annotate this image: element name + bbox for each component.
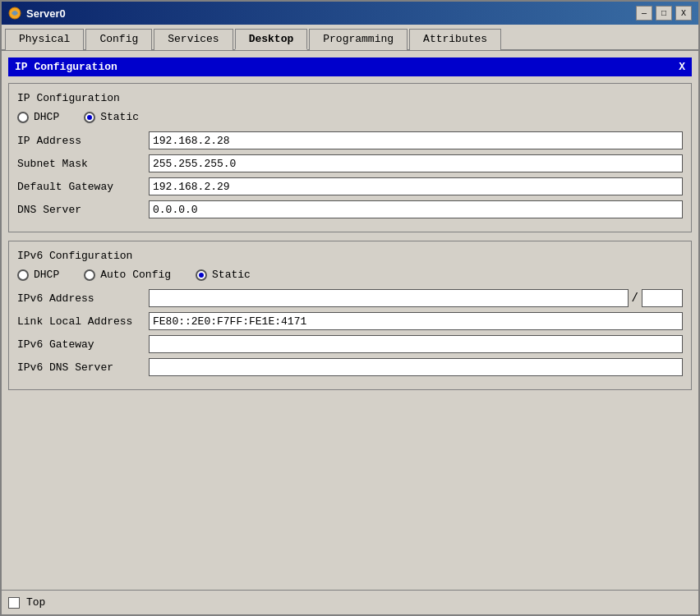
ipv6-dhcp-option[interactable]: DHCP bbox=[17, 269, 59, 281]
subnet-mask-input[interactable] bbox=[149, 154, 683, 172]
ipv6-dhcp-label: DHCP bbox=[34, 269, 59, 281]
ipv6-address-row: IPv6 Address / bbox=[17, 289, 683, 307]
ip-address-label: IP Address bbox=[17, 135, 149, 147]
subnet-mask-label: Subnet Mask bbox=[17, 158, 149, 170]
ipv4-section: IP Configuration DHCP Static IP Address … bbox=[8, 83, 692, 232]
ipv6-address-label: IPv6 Address bbox=[17, 292, 149, 305]
link-local-address-label: Link Local Address bbox=[17, 315, 149, 328]
link-local-address-input[interactable] bbox=[149, 312, 683, 330]
subnet-mask-row: Subnet Mask bbox=[17, 154, 683, 172]
ipv6-prefix-input[interactable] bbox=[642, 289, 683, 307]
ipv6-static-label: Static bbox=[212, 269, 251, 281]
ip-config-close-button[interactable]: X bbox=[679, 61, 685, 73]
ipv6-section-title: IPv6 Configuration bbox=[17, 250, 683, 262]
ip-address-input[interactable] bbox=[149, 131, 683, 149]
ipv4-dhcp-label: DHCP bbox=[34, 111, 59, 123]
ipv6-gateway-row: IPv6 Gateway bbox=[17, 335, 683, 353]
ipv6-address-input[interactable] bbox=[149, 289, 629, 307]
ipv6-auto-config-option[interactable]: Auto Config bbox=[84, 269, 171, 281]
bottom-bar: Top bbox=[2, 590, 698, 614]
ip-config-header-label: IP Configuration bbox=[15, 61, 117, 73]
tab-bar: Physical Config Services Desktop Program… bbox=[2, 25, 698, 51]
ipv6-gateway-input[interactable] bbox=[149, 335, 683, 353]
ipv6-dns-server-input[interactable] bbox=[149, 358, 683, 376]
ipv6-section: IPv6 Configuration DHCP Auto Config Stat… bbox=[8, 241, 692, 390]
window-title: Server0 bbox=[26, 7, 66, 20]
dns-server-input[interactable] bbox=[149, 200, 683, 218]
tab-desktop[interactable]: Desktop bbox=[235, 29, 308, 50]
ip-address-row: IP Address bbox=[17, 131, 683, 149]
link-local-address-row: Link Local Address bbox=[17, 312, 683, 330]
ipv4-dhcp-radio[interactable] bbox=[17, 112, 29, 123]
ipv4-static-option[interactable]: Static bbox=[84, 111, 139, 123]
ipv6-radio-row: DHCP Auto Config Static bbox=[17, 269, 683, 281]
tab-attributes[interactable]: Attributes bbox=[409, 29, 501, 50]
ipv6-dns-server-label: IPv6 DNS Server bbox=[17, 361, 149, 374]
title-bar-left: Server0 bbox=[8, 7, 66, 20]
ipv6-static-option[interactable]: Static bbox=[196, 269, 251, 281]
tab-services[interactable]: Services bbox=[154, 29, 233, 50]
title-bar: Server0 — □ X bbox=[2, 2, 698, 25]
tab-physical[interactable]: Physical bbox=[5, 29, 84, 50]
ipv6-auto-config-label: Auto Config bbox=[100, 269, 171, 281]
tab-config[interactable]: Config bbox=[85, 29, 152, 50]
title-controls: — □ X bbox=[636, 6, 692, 21]
ipv4-radio-row: DHCP Static bbox=[17, 111, 683, 123]
tab-programming[interactable]: Programming bbox=[309, 29, 408, 50]
minimize-button[interactable]: — bbox=[636, 6, 652, 21]
ipv4-static-radio[interactable] bbox=[84, 112, 95, 123]
top-checkbox[interactable] bbox=[8, 597, 20, 609]
ipv4-static-label: Static bbox=[100, 111, 139, 123]
maximize-button[interactable]: □ bbox=[656, 6, 672, 21]
window-close-button[interactable]: X bbox=[675, 6, 692, 21]
app-icon bbox=[8, 7, 21, 20]
dns-server-label: DNS Server bbox=[17, 204, 149, 216]
ipv6-gateway-label: IPv6 Gateway bbox=[17, 338, 149, 351]
ip-config-header-bar: IP Configuration X bbox=[8, 57, 692, 76]
ipv6-dns-server-row: IPv6 DNS Server bbox=[17, 358, 683, 376]
main-window: Server0 — □ X Physical Config Services D… bbox=[0, 0, 700, 616]
ipv6-slash-separator: / bbox=[632, 292, 638, 305]
ipv4-dhcp-option[interactable]: DHCP bbox=[17, 111, 59, 123]
ipv6-address-input-group: / bbox=[149, 289, 683, 307]
top-label: Top bbox=[26, 596, 45, 609]
default-gateway-row: Default Gateway bbox=[17, 177, 683, 195]
default-gateway-label: Default Gateway bbox=[17, 181, 149, 193]
content-area: IP Configuration X IP Configuration DHCP… bbox=[2, 51, 698, 590]
dns-server-row: DNS Server bbox=[17, 200, 683, 218]
ipv6-static-radio[interactable] bbox=[196, 269, 207, 281]
default-gateway-input[interactable] bbox=[149, 177, 683, 195]
ipv4-section-title: IP Configuration bbox=[17, 92, 683, 104]
ipv6-dhcp-radio[interactable] bbox=[17, 269, 29, 281]
ipv6-auto-config-radio[interactable] bbox=[84, 269, 95, 281]
